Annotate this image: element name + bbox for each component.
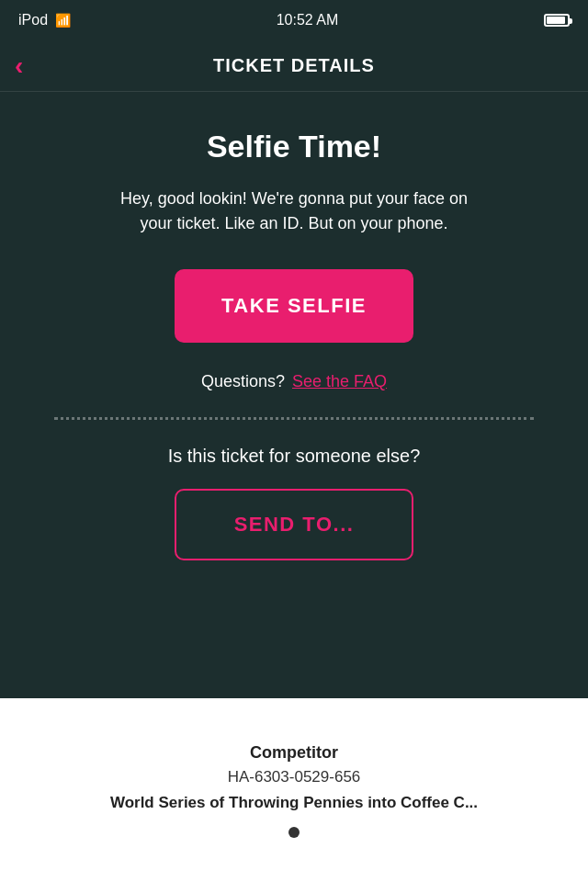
take-selfie-button[interactable]: TAKE SELFIE <box>175 269 413 343</box>
back-button[interactable]: ‹ <box>15 53 23 79</box>
time-display: 10:52 AM <box>277 12 339 28</box>
page-title: TICKET DETAILS <box>213 55 375 76</box>
someone-else-label: Is this ticket for someone else? <box>168 446 421 467</box>
status-left: iPod 📶 <box>18 12 71 28</box>
device-label: iPod <box>18 12 48 28</box>
questions-label: Questions? <box>201 372 285 391</box>
selfie-heading: Selfie Time! <box>207 129 381 164</box>
selfie-description: Hey, good lookin! We're gonna put your f… <box>110 187 478 236</box>
questions-row: Questions? See the FAQ <box>201 372 387 391</box>
nav-bar: ‹ TICKET DETAILS <box>0 40 588 92</box>
send-to-button[interactable]: SEND TO... <box>175 489 413 560</box>
ticket-type-label: Competitor <box>250 743 338 763</box>
dotted-divider <box>28 417 560 420</box>
ticket-code: HA-6303-0529-656 <box>228 768 361 786</box>
faq-link[interactable]: See the FAQ <box>292 372 387 391</box>
wifi-icon: 📶 <box>55 13 71 28</box>
battery-icon <box>544 14 570 27</box>
page-indicator-dot <box>288 827 300 838</box>
event-name: World Series of Throwing Pennies into Co… <box>110 794 478 812</box>
status-bar: iPod 📶 10:52 AM <box>0 0 588 40</box>
main-content: Selfie Time! Hey, good lookin! We're gon… <box>0 92 588 588</box>
bottom-section: Competitor HA-6303-0529-656 World Series… <box>0 698 588 882</box>
